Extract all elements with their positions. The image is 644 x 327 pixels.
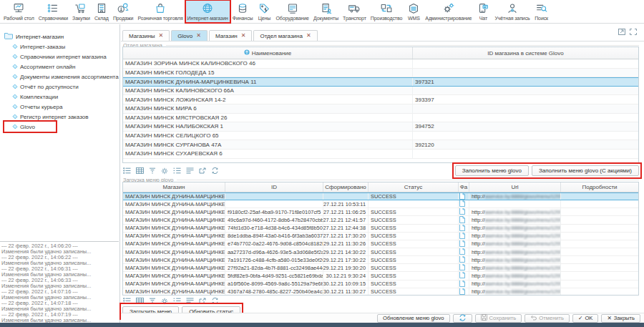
float-window-icon[interactable] [618,29,625,36]
menu-column-header-6[interactable]: Подробности [561,182,638,192]
toolbar-item-label: Финансы [233,16,253,21]
toolbar-item-transport[interactable]: Транспорт [341,0,369,23]
sidebar-item-интернет-заказы[interactable]: Интернет-заказы [4,42,119,52]
menu-column-header-1[interactable]: ID [225,182,323,192]
view-list-icon[interactable] [122,167,132,174]
stores-table-row[interactable]: МАГАЗИН МИНСК МЯСТРОВСКАЯ 26 [123,114,638,123]
cancel-button[interactable]: Отменить [525,314,570,323]
stores-table-row[interactable]: МАГАЗИН МИНСК СУХАРЕВСКАЯ 6 [123,150,638,159]
toolbar-item-warehouse[interactable]: Склад [92,0,111,23]
sync-icon[interactable] [210,167,220,174]
sidebar-item-регистр-интернет-заказов[interactable]: Регистр интернет заказов [4,112,119,122]
toolbar-item-equipment[interactable]: Оборудование [273,0,311,23]
gear-icon[interactable] [160,167,169,175]
menu-table-row[interactable]: МАГАЗИН МИНСК ДУНИНА-МАРЦИНКЕВИЧА 1127f9… [123,264,638,272]
tab-close-icon[interactable]: ✕ [306,34,311,38]
close-button[interactable]: ✕Закрыть [601,314,640,323]
menu-table-row[interactable]: МАГАЗИН МИНСК ДУНИНА-МАРЦИНКЕВИЧА 11a16f… [123,280,638,288]
tab-glovo[interactable]: Glovo✕ [171,30,208,41]
view-grid-icon[interactable] [135,298,145,304]
tab-close-icon[interactable]: ✕ [196,34,201,38]
numbered-list-icon[interactable] [172,167,182,174]
summary-icon[interactable] [185,298,195,304]
summary-icon[interactable] [185,167,195,174]
menu-column-header-4[interactable]: Фа [459,182,469,192]
toolbar-item-internet-shop[interactable]: Интернет-магазин [185,0,230,23]
toolbar-item-documents[interactable]: Документы [311,0,341,23]
sidebar-item-ассортимент-онлайн[interactable]: Ассортимент онлайн [4,62,119,72]
toolbar-item-prices[interactable]: Цены [255,0,273,23]
stores-table-row[interactable]: МАГАЗИН МИНСК СЕЛИЦКОГО 65 [123,132,638,141]
view-grid-icon[interactable] [135,167,145,174]
stores-table-row[interactable]: МАГАЗИН МИНСК СУРГАНОВА 47А392120 [123,140,638,150]
tab-магазины[interactable]: Магазины✕ [122,30,170,41]
menu-table-row[interactable]: МАГАЗИН МИНСК ДУНИНА-МАРЦИНКЕВИЧА 1174fd… [123,225,638,233]
sidebar-item-документы-изменения-ассортимента[interactable]: Документы изменения ассортимента [4,72,119,82]
update-menu-glovo-button[interactable]: Обновление меню glovo [377,314,450,323]
stores-table-row[interactable]: МАГАЗИН МИНСК НАЛИБОКСКАЯ 1394752 [123,122,638,132]
menu-table-row[interactable]: МАГАЗИН МИНСК ДУНИНА-МАРЦИНКЕВИЧА 117a19… [123,256,638,264]
menu-table-row[interactable]: МАГАЗИН МИНСК ДУНИНА-МАРЦИНКЕВИЧА 118de1… [123,233,638,240]
fill-menu-glovo-promo-button[interactable]: Заполнить меню glovo (С акциями) [532,165,639,176]
toolbar-item-administration[interactable]: Администрирование [423,0,474,23]
menu-table-row[interactable]: МАГАЗИН МИНСК ДУНИНА-МАРЦИНКЕВИЧА 1149c6… [123,216,638,224]
sort-ascending-icon [244,49,250,57]
menu-table-row[interactable]: МАГАЗИН МИНСК ДУНИНА-МАРЦИНКЕВИЧА 1127.1… [123,200,638,208]
toolbar-item-catalog[interactable]: Справочники [36,0,70,23]
stores-table-row[interactable]: МАГАЗИН МИНСК МИРА 6 [123,104,638,114]
sidebar-item-отчёт-по-доступности[interactable]: Отчёт по доступности [4,82,119,92]
toolbar-item-label: Розничная торговля [137,16,182,21]
maximize-icon[interactable] [630,29,637,36]
view-list-icon[interactable] [122,298,132,304]
filter-icon[interactable] [148,167,157,174]
tab-отдел-магазина[interactable]: Отдел магазина✕ [253,30,317,41]
toolbar-item-desktop[interactable]: Рабочий стол [1,0,36,23]
column-header-name[interactable]: Наименование [123,47,413,59]
toolbar-item-account[interactable]: Учётная запись [492,0,532,23]
fill-menu-glovo-button[interactable]: Заполнить меню glovo [455,165,529,176]
tab-close-icon[interactable]: ✕ [159,34,164,38]
toolbar-item-sales[interactable]: Продажи [111,0,136,23]
ok-button[interactable]: ✓OK [572,314,598,323]
toolbar-item-wms[interactable]: WMS [404,0,423,23]
sidebar-root-internet-shop[interactable]: Интернет-магазин [4,31,119,42]
stores-table-row[interactable]: МАГАЗИН МИНСК ГОЛОДЕДА 15 [123,69,638,78]
gear-icon[interactable] [160,298,169,305]
sidebar-item-отчеты-курьера[interactable]: Отчеты курьера [4,102,119,112]
tab-магазин[interactable]: Магазин✕ [209,30,253,41]
sidebar-item-glovo[interactable]: Glovo [4,122,56,132]
numbered-list-icon[interactable] [172,298,182,304]
open-window-icon[interactable] [198,167,207,174]
menu-table-row[interactable]: МАГАЗИН МИНСК ДУНИНА-МАРЦИНКЕВИЧА 115fdf… [123,272,638,280]
open-window-icon[interactable] [198,298,207,304]
refresh-button[interactable] [453,314,472,323]
sync-icon[interactable] [210,298,220,304]
stores-table-row[interactable]: МАГАЗИН МИНСК КАЛИНОВСКОГО 66А [123,87,638,96]
column-header-glovo-id[interactable]: ID магазина в системе Glovo [413,47,638,59]
toolbar-item-purchases[interactable]: Закупки [70,0,92,23]
toolbar-item-search[interactable]: Поиск [532,0,551,23]
toolbar-item-production[interactable]: Производство [369,0,404,23]
stores-table-row[interactable]: МАГАЗИН ЗОРИНА МИНСК КАЛИНОВСКОГО 46 [123,59,638,69]
menu-formed-cell: 27.12.21 12:44:38 [323,225,369,232]
stores-table-row[interactable]: МАГАЗИН МИНСК ЛОЖИНСКАЯ 14-2393397 [123,95,638,104]
menu-column-header-0[interactable]: Магазин [123,182,225,192]
stores-table-row[interactable]: МАГАЗИН МИНСК ДУНИНА-МАРЦИНКЕВИЧА 113973… [123,77,638,87]
save-button[interactable]: Сохранить [475,314,522,323]
menu-column-header-2[interactable]: Сформировано [323,182,369,192]
menu-table-row[interactable]: МАГАЗИН МИНСК ДУНИНА-МАРЦИНКЕВИЧА 11aa27… [123,248,638,256]
menu-column-header-3[interactable]: Статус [369,182,459,192]
sidebar-item-справочники-интернет-магазина[interactable]: Справочники интернет магазина [4,52,119,62]
sidebar-item-комплектации[interactable]: Комплектации [4,92,119,102]
tab-close-icon[interactable]: ✕ [241,34,246,38]
toolbar-item-finance[interactable]: Финансы [230,0,255,23]
menu-table-row[interactable]: МАГАЗИН МИНСК ДУНИНА-МАРЦИНКЕВИЧА 11f918… [123,208,638,216]
toolbar-item-chat[interactable]: Чат [474,0,492,23]
menu-table-row[interactable]: МАГАЗИН МИНСК ДУНИНА-МАРЦИНКЕВИЧА 114367… [123,288,638,296]
toolbar-item-retail[interactable]: Розничная торговля [135,0,185,23]
menu-table-row[interactable]: МАГАЗИН МИНСК ДУНИНА-МАРЦИНКЕВИЧА 11e74b… [123,240,638,248]
filter-icon[interactable] [148,298,157,304]
menu-column-header-5[interactable]: Url [469,182,561,192]
menu-table-row[interactable]: МАГАЗИН МИНСК ДУНИНА-МАРЦИНКЕВИЧА 11SUCC… [123,192,638,200]
toolbar-item-label: Справочники [39,16,68,21]
